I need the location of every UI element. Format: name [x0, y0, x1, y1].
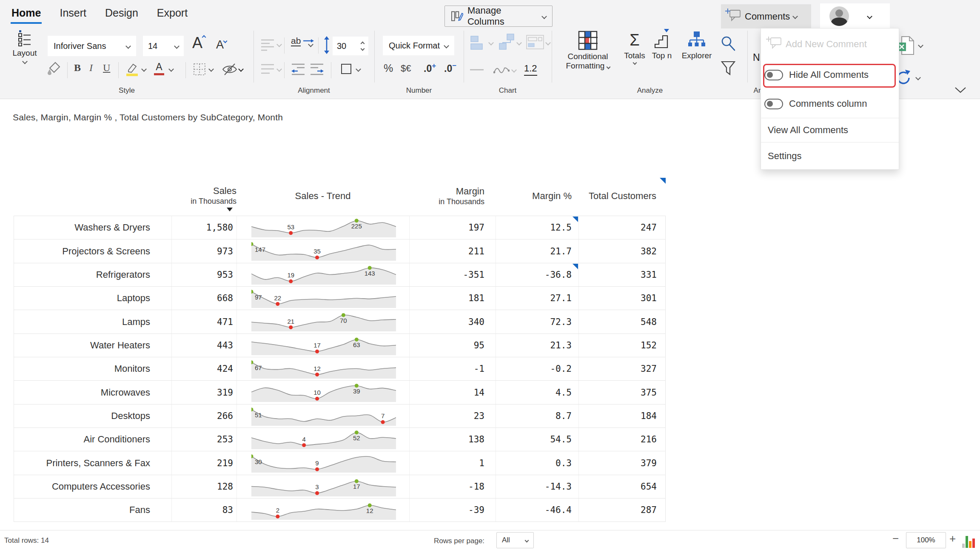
row-label[interactable]: Microwaves	[14, 381, 172, 404]
quick-format-button[interactable]: Quick Format	[383, 36, 454, 55]
row-label[interactable]: Printers, Scanners & Fax	[14, 451, 172, 474]
highlight-color-icon[interactable]	[125, 62, 140, 77]
chevron-down-icon[interactable]	[276, 42, 282, 47]
table-row[interactable]: Monitors4246712-1-0.2327	[14, 357, 665, 381]
sales-trend-sparkline[interactable]: 14735	[237, 239, 410, 262]
borders-icon[interactable]	[193, 63, 206, 76]
margin-pct-value[interactable]: 8.7	[496, 405, 579, 427]
rows-per-page-select[interactable]: All	[496, 532, 534, 548]
margin-pct-value[interactable]: 4.5	[496, 381, 579, 404]
conditional-formatting-button[interactable]: ConditionalFormatting	[562, 31, 613, 71]
chevron-down-icon[interactable]	[141, 66, 147, 72]
column-header-sales[interactable]: Sales in Thousands	[171, 177, 236, 216]
zoom-level-field[interactable]: 100%	[906, 532, 946, 548]
visibility-off-icon[interactable]	[222, 63, 237, 76]
row-label[interactable]: Projectors & Screens	[14, 239, 172, 262]
table-row[interactable]: Air Conditioners25352413854.5216	[14, 428, 665, 451]
total-customers-value[interactable]: 184	[579, 405, 666, 427]
explorer-button[interactable]: Explorer	[677, 31, 716, 60]
table-row[interactable]: Computers Accessories128173-18-14.3654	[14, 475, 665, 499]
chevron-down-icon[interactable]	[516, 40, 522, 46]
margin-value[interactable]: 95	[410, 334, 496, 357]
zoom-out-button[interactable]: −	[892, 532, 899, 545]
margin-value[interactable]: 340	[410, 310, 496, 333]
chevron-down-icon[interactable]	[545, 40, 551, 46]
sales-trend-sparkline[interactable]: 3910	[237, 381, 410, 404]
chevron-down-icon[interactable]	[356, 66, 361, 72]
table-row[interactable]: Fans83122-39-46.4287	[14, 499, 665, 522]
chart-board-icon[interactable]	[526, 34, 544, 50]
search-icon[interactable]	[720, 35, 737, 52]
margin-pct-value[interactable]: 72.3	[496, 310, 579, 333]
stepper-up-icon[interactable]	[361, 41, 365, 46]
margin-pct-value[interactable]: 12.5	[496, 216, 579, 239]
font-color-icon[interactable]: A	[154, 61, 164, 75]
underline-button[interactable]: U	[103, 62, 110, 74]
toggle-switch[interactable]	[764, 70, 783, 80]
currency-format-button[interactable]: $€	[401, 63, 411, 74]
tab-export[interactable]: Export	[157, 7, 188, 19]
total-customers-value[interactable]: 382	[579, 239, 666, 262]
total-customers-value[interactable]: 548	[579, 310, 666, 333]
margin-value[interactable]: 181	[410, 287, 496, 310]
sales-value[interactable]: 319	[172, 381, 237, 404]
account-chevron-down-icon[interactable]	[867, 14, 872, 19]
cell-border-icon[interactable]	[340, 63, 352, 75]
decrease-indent-icon[interactable]	[291, 63, 305, 76]
sales-value[interactable]: 424	[172, 357, 237, 380]
italic-button[interactable]: I	[89, 62, 93, 74]
row-label[interactable]: Desktops	[14, 405, 172, 427]
total-customers-value[interactable]: 331	[579, 263, 666, 286]
sales-value[interactable]: 219	[172, 451, 237, 474]
shrink-font-button[interactable]: A	[216, 38, 227, 51]
chevron-down-icon[interactable]	[918, 43, 923, 48]
sales-trend-sparkline[interactable]: 9722	[237, 287, 410, 310]
filter-icon[interactable]	[721, 60, 736, 77]
margin-pct-value[interactable]: 27.1	[496, 287, 579, 310]
row-label[interactable]: Monitors	[14, 357, 172, 380]
table-row[interactable]: Microwaves3193910144.5375	[14, 381, 665, 404]
margin-value[interactable]: 211	[410, 239, 496, 262]
margin-pct-value[interactable]: 54.5	[496, 428, 579, 451]
top-n-button[interactable]: Top n	[647, 28, 676, 60]
horizontal-align-icon[interactable]	[260, 38, 275, 51]
row-label[interactable]: Refrigerators	[14, 263, 172, 286]
margin-value[interactable]: -351	[410, 263, 496, 286]
margin-value[interactable]: 23	[410, 405, 496, 427]
tab-design[interactable]: Design	[105, 7, 138, 19]
margin-pct-value[interactable]: 0.3	[496, 451, 579, 474]
table-row[interactable]: Desktops266517238.7184	[14, 405, 665, 428]
row-height-stepper[interactable]: 30	[333, 37, 368, 55]
sales-trend-sparkline[interactable]: 7021	[237, 310, 410, 333]
totals-button[interactable]: Σ Totals	[618, 31, 652, 64]
sales-trend-sparkline[interactable]: 173	[237, 475, 410, 498]
row-label[interactable]: Fans	[14, 499, 172, 522]
total-customers-value[interactable]: 247	[579, 216, 666, 239]
margin-value[interactable]: 197	[410, 216, 496, 239]
sales-trend-sparkline[interactable]: 524	[237, 428, 410, 451]
line-style-icon[interactable]	[470, 67, 484, 72]
decrease-decimal-button[interactable]: .0−	[444, 63, 456, 74]
table-row[interactable]: Printers, Scanners & Fax21930910.3379	[14, 451, 665, 475]
avatar[interactable]	[829, 6, 849, 26]
margin-pct-value[interactable]: 21.3	[496, 334, 579, 357]
chevron-down-icon[interactable]	[238, 66, 244, 72]
sales-trend-sparkline[interactable]: 14319	[237, 263, 410, 286]
table-row[interactable]: Refrigerators95314319-351-36.8331	[14, 263, 665, 287]
margin-value[interactable]: 14	[410, 381, 496, 404]
sales-value[interactable]: 443	[172, 334, 237, 357]
row-label[interactable]: Washers & Dryers	[14, 216, 172, 239]
sales-value[interactable]: 1,580	[172, 216, 237, 239]
font-size-select[interactable]: 14	[143, 36, 184, 56]
comment-marker[interactable]	[573, 264, 578, 269]
sales-value[interactable]: 266	[172, 405, 237, 427]
total-customers-value[interactable]: 654	[579, 475, 666, 498]
sales-value[interactable]: 83	[172, 499, 237, 522]
total-customers-value[interactable]: 152	[579, 334, 666, 357]
column-header-total-customers[interactable]: Total Customers	[578, 177, 666, 216]
sales-value[interactable]: 668	[172, 287, 237, 310]
sales-trend-sparkline[interactable]: 122	[237, 499, 410, 522]
collapse-ribbon-chevron-icon[interactable]	[954, 87, 966, 94]
manage-columns-button[interactable]: Manage Columns	[444, 6, 553, 27]
column-header-margin[interactable]: Margin in Thousands	[409, 177, 496, 216]
